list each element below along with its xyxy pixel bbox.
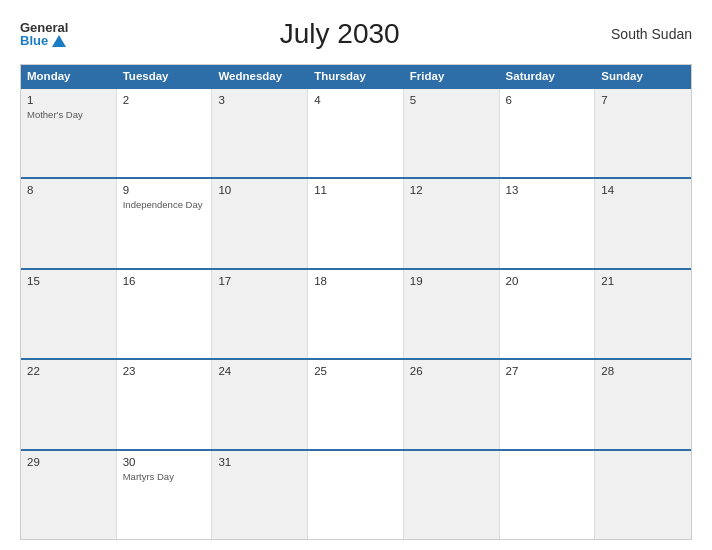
day-number: 11 [314,184,397,196]
cal-cell: 21 [595,270,691,358]
day-number: 10 [218,184,301,196]
day-number: 4 [314,94,397,106]
day-number: 3 [218,94,301,106]
day-number: 27 [506,365,589,377]
week-row-2: 89Independence Day1011121314 [21,177,691,267]
day-number: 30 [123,456,206,468]
header-cell-saturday: Saturday [500,65,596,87]
day-number: 9 [123,184,206,196]
day-number: 6 [506,94,589,106]
cal-cell [308,451,404,539]
day-number: 16 [123,275,206,287]
calendar-header: MondayTuesdayWednesdayThursdayFridaySatu… [21,65,691,87]
header-cell-thursday: Thursday [308,65,404,87]
day-number: 15 [27,275,110,287]
day-number: 23 [123,365,206,377]
header-cell-friday: Friday [404,65,500,87]
cal-cell: 20 [500,270,596,358]
cal-cell: 8 [21,179,117,267]
header-cell-wednesday: Wednesday [212,65,308,87]
cal-cell: 15 [21,270,117,358]
day-number: 14 [601,184,685,196]
cal-cell: 17 [212,270,308,358]
cal-cell: 16 [117,270,213,358]
week-row-1: 1Mother's Day234567 [21,87,691,177]
event-label: Independence Day [123,199,206,210]
cal-cell [404,451,500,539]
cal-cell: 22 [21,360,117,448]
cal-cell: 4 [308,89,404,177]
logo: General Blue [20,21,68,47]
day-number: 26 [410,365,493,377]
cal-cell: 27 [500,360,596,448]
header-cell-monday: Monday [21,65,117,87]
cal-cell: 10 [212,179,308,267]
country-label: South Sudan [611,26,692,42]
cal-cell [500,451,596,539]
cal-cell: 31 [212,451,308,539]
logo-triangle-icon [52,35,66,47]
day-number: 2 [123,94,206,106]
cal-cell: 28 [595,360,691,448]
day-number: 18 [314,275,397,287]
day-number: 20 [506,275,589,287]
cal-cell: 14 [595,179,691,267]
week-row-4: 22232425262728 [21,358,691,448]
day-number: 21 [601,275,685,287]
event-label: Mother's Day [27,109,110,120]
cal-cell: 1Mother's Day [21,89,117,177]
event-label: Martyrs Day [123,471,206,482]
page: General Blue July 2030 South Sudan Monda… [0,0,712,550]
cal-cell: 12 [404,179,500,267]
calendar-title: July 2030 [68,18,611,50]
cal-cell [595,451,691,539]
cal-cell: 7 [595,89,691,177]
cal-cell: 3 [212,89,308,177]
cal-cell: 18 [308,270,404,358]
cal-cell: 26 [404,360,500,448]
day-number: 29 [27,456,110,468]
day-number: 12 [410,184,493,196]
day-number: 22 [27,365,110,377]
day-number: 8 [27,184,110,196]
day-number: 31 [218,456,301,468]
day-number: 5 [410,94,493,106]
day-number: 28 [601,365,685,377]
cal-cell: 11 [308,179,404,267]
day-number: 25 [314,365,397,377]
cal-cell: 19 [404,270,500,358]
cal-cell: 5 [404,89,500,177]
cal-cell: 29 [21,451,117,539]
day-number: 7 [601,94,685,106]
cal-cell: 24 [212,360,308,448]
day-number: 24 [218,365,301,377]
cal-cell: 2 [117,89,213,177]
day-number: 17 [218,275,301,287]
cal-cell: 13 [500,179,596,267]
calendar: MondayTuesdayWednesdayThursdayFridaySatu… [20,64,692,540]
cal-cell: 9Independence Day [117,179,213,267]
day-number: 1 [27,94,110,106]
header: General Blue July 2030 South Sudan [20,18,692,50]
week-row-3: 15161718192021 [21,268,691,358]
cal-cell: 25 [308,360,404,448]
header-cell-tuesday: Tuesday [117,65,213,87]
logo-blue-text: Blue [20,34,66,47]
day-number: 19 [410,275,493,287]
cal-cell: 30Martyrs Day [117,451,213,539]
week-row-5: 2930Martyrs Day31 [21,449,691,539]
calendar-body: 1Mother's Day23456789Independence Day101… [21,87,691,539]
cal-cell: 6 [500,89,596,177]
cal-cell: 23 [117,360,213,448]
header-cell-sunday: Sunday [595,65,691,87]
day-number: 13 [506,184,589,196]
